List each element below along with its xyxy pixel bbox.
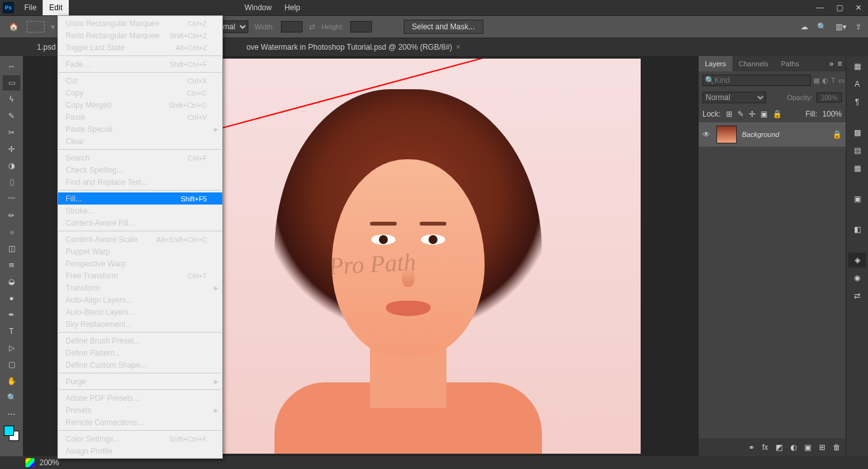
pen-tool[interactable]: ✒ <box>3 307 20 322</box>
menu-item-define-pattern[interactable]: Define Pattern... <box>58 347 222 359</box>
crop-tool[interactable]: ✂ <box>3 125 20 140</box>
eyedropper-tool[interactable]: ◑ <box>3 158 20 173</box>
dock-libraries-icon[interactable]: ▣ <box>848 191 866 206</box>
maximize-icon[interactable]: ▢ <box>830 0 849 15</box>
type-tool[interactable]: T <box>3 324 20 339</box>
menu-item-find-and-replace-text[interactable]: Find and Replace Text... <box>58 176 222 188</box>
visibility-icon[interactable]: 👁 <box>702 130 711 139</box>
move-tool[interactable]: ↔ <box>3 59 20 74</box>
blur-tool[interactable]: ◒ <box>3 274 20 289</box>
adjustment-icon[interactable]: ◐ <box>790 443 797 452</box>
trash-icon[interactable]: 🗑 <box>833 443 841 452</box>
tab-layers[interactable]: Layers <box>699 56 732 71</box>
height-input[interactable] <box>350 21 372 32</box>
close-tab-icon[interactable]: × <box>456 43 460 52</box>
menu-item-assign-profile[interactable]: Assign Profile <box>58 445 222 457</box>
menu-item-cut[interactable]: CutCtrl+X <box>58 75 222 87</box>
stamp-tool[interactable]: ✏ <box>3 208 20 223</box>
brush-tool[interactable]: 〰 <box>3 191 20 206</box>
color-swatches[interactable] <box>4 426 19 441</box>
dock-paths-icon[interactable]: ⇄ <box>848 288 866 303</box>
menu-item-stroke[interactable]: Stroke... <box>58 205 222 217</box>
menu-item-content-aware-scale[interactable]: Content-Aware ScaleAlt+Shift+Ctrl+C <box>58 233 222 245</box>
menu-window[interactable]: Window <box>238 0 278 15</box>
menu-item-adobe-pdf-presets[interactable]: Adobe PDF Presets... <box>58 392 222 404</box>
lasso-tool[interactable]: ϟ <box>3 92 20 107</box>
layer-thumb[interactable] <box>716 126 737 143</box>
filter-pixel-icon[interactable]: ▦ <box>813 75 820 86</box>
dock-grad-icon[interactable]: ▤ <box>848 143 866 158</box>
edit-toolbar[interactable]: ⋯ <box>3 407 20 422</box>
opacity-value[interactable]: 100% <box>816 92 842 103</box>
dodge-tool[interactable]: ● <box>3 291 20 306</box>
menu-file[interactable]: File <box>18 0 43 15</box>
tab-paths[interactable]: Paths <box>775 56 806 71</box>
swap-icon[interactable]: ⇄ <box>309 22 315 31</box>
heal-tool[interactable]: ⌷ <box>3 175 20 190</box>
frame-tool[interactable]: ✢ <box>3 141 20 157</box>
menu-item-paste-special[interactable]: Paste Special▶ <box>58 123 222 135</box>
minimize-icon[interactable]: — <box>811 0 830 15</box>
home-icon[interactable]: 🏠 <box>6 20 20 34</box>
search-icon[interactable]: 🔍 <box>817 22 827 31</box>
lock-paint-icon[interactable]: ✎ <box>737 110 744 119</box>
chevron-down-icon[interactable]: ▾ <box>51 22 55 31</box>
menu-item-remote-connections[interactable]: Remote Connections... <box>58 416 222 428</box>
layer-row[interactable]: 👁 Background 🔒 <box>699 122 846 147</box>
menu-item-undo-rectangular-marquee[interactable]: Undo Rectangular MarqueeCtrl+Z <box>58 17 222 29</box>
status-swatch[interactable] <box>25 458 34 467</box>
filter-type-icon[interactable]: T <box>831 75 836 86</box>
mask-icon[interactable]: ◩ <box>776 443 783 452</box>
select-and-mask-button[interactable]: Select and Mask... <box>404 20 483 34</box>
menu-item-redo-rectangular-marquee[interactable]: Redo Rectangular MarqueeShift+Ctrl+Z <box>58 29 222 41</box>
panel-menu-icon[interactable]: ≡ <box>837 59 842 68</box>
marquee-tool[interactable]: ▭ <box>3 75 20 90</box>
menu-item-sky-replacement[interactable]: Sky Replacement... <box>58 318 222 330</box>
width-input[interactable] <box>281 21 302 32</box>
lock-pos-icon[interactable]: ✢ <box>749 110 755 119</box>
new-layer-icon[interactable]: ⊞ <box>819 443 825 452</box>
dock-para-icon[interactable]: ¶ <box>848 94 866 110</box>
collapse-icon[interactable]: » <box>829 59 834 68</box>
dock-layers-icon[interactable]: ◈ <box>848 252 866 268</box>
hand-tool[interactable]: ✋ <box>3 373 20 389</box>
menu-item-transform[interactable]: Transform▶ <box>58 282 222 294</box>
menu-item-fill[interactable]: Fill...Shift+F5 <box>58 192 222 205</box>
share-icon[interactable]: ⇪ <box>855 22 862 31</box>
menu-item-paste[interactable]: PasteCtrl+V <box>58 111 222 123</box>
eraser-tool[interactable]: ◫ <box>3 241 20 256</box>
menu-item-toggle-last-state[interactable]: Toggle Last StateAlt+Ctrl+Z <box>58 41 222 54</box>
wand-tool[interactable]: ✎ <box>3 108 20 124</box>
menu-item-presets[interactable]: Presets▶ <box>58 404 222 416</box>
gradient-tool[interactable]: ≋ <box>3 257 20 273</box>
menu-item-content-aware-fill[interactable]: Content-Aware Fill... <box>58 217 222 229</box>
document-canvas[interactable]: Pro Path <box>176 59 641 454</box>
lock-icon[interactable]: 🔒 <box>832 130 842 139</box>
menu-item-check-spelling[interactable]: Check Spelling... <box>58 164 222 176</box>
cloud-doc-icon[interactable]: ☁ <box>800 22 808 31</box>
menu-item-purge[interactable]: Purge▶ <box>58 375 222 387</box>
menu-item-color-settings[interactable]: Color Settings...Shift+Ctrl+K <box>58 433 222 445</box>
menu-item-copy-merged[interactable]: Copy MergedShift+Ctrl+C <box>58 99 222 111</box>
zoom-level[interactable]: 200% <box>39 458 59 467</box>
dock-channels-icon[interactable]: ◉ <box>848 270 866 285</box>
dock-swatches-icon[interactable]: ▩ <box>848 125 866 140</box>
fx-icon[interactable]: fx <box>762 443 768 452</box>
layer-name[interactable]: Background <box>742 131 779 138</box>
path-select-tool[interactable]: ▷ <box>3 340 20 356</box>
dock-char-icon[interactable]: A <box>848 76 866 92</box>
menu-item-clear[interactable]: Clear <box>58 135 222 147</box>
shape-tool[interactable]: ▢ <box>3 357 20 372</box>
menu-help[interactable]: Help <box>278 0 307 15</box>
dock-pattern-icon[interactable]: ▦ <box>848 161 866 176</box>
tab-channels[interactable]: Channels <box>732 56 774 71</box>
menu-item-copy[interactable]: CopyCtrl+C <box>58 87 222 99</box>
dock-color-icon[interactable]: ▦ <box>848 59 866 74</box>
menu-item-search[interactable]: SearchCtrl+F <box>58 152 222 164</box>
menu-edit[interactable]: Edit <box>43 0 69 15</box>
menu-item-free-transform[interactable]: Free TransformCtrl+T <box>58 270 222 282</box>
zoom-tool[interactable]: 🔍 <box>3 390 20 405</box>
filter-shape-icon[interactable]: ▭ <box>838 75 844 86</box>
workspace-icon[interactable]: ▥▾ <box>836 22 846 31</box>
blend-mode-select[interactable]: Normal <box>702 92 766 103</box>
